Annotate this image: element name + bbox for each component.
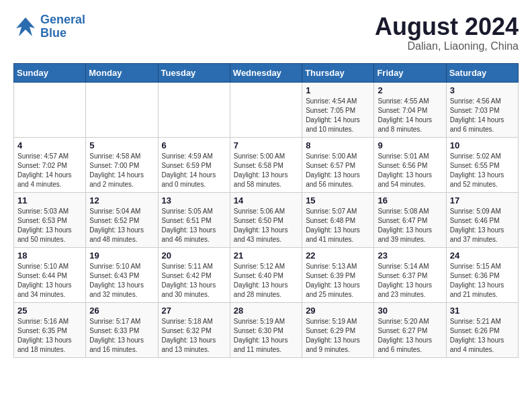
calendar-cell: 17Sunrise: 5:09 AM Sunset: 6:46 PM Dayli… (446, 192, 518, 247)
calendar-cell: 1Sunrise: 4:54 AM Sunset: 7:05 PM Daylig… (302, 82, 374, 137)
day-number: 11 (17, 195, 82, 205)
day-number: 21 (234, 250, 298, 261)
calendar-cell (86, 82, 158, 137)
day-info: Sunrise: 5:17 AM Sunset: 6:33 PM Dayligh… (89, 317, 154, 355)
day-number: 23 (378, 250, 442, 261)
weekday-header-row: SundayMondayTuesdayWednesdayThursdayFrid… (14, 63, 519, 82)
calendar-cell: 12Sunrise: 5:04 AM Sunset: 6:52 PM Dayli… (86, 192, 158, 247)
day-number: 7 (234, 140, 298, 150)
weekday-header-monday: Monday (86, 63, 158, 82)
logo-icon (13, 15, 38, 39)
day-info: Sunrise: 5:18 AM Sunset: 6:32 PM Dayligh… (162, 317, 226, 355)
day-number: 27 (162, 306, 226, 316)
day-info: Sunrise: 5:14 AM Sunset: 6:37 PM Dayligh… (378, 262, 442, 300)
day-number: 16 (378, 195, 442, 205)
logo-text: General Blue (40, 13, 85, 40)
day-number: 4 (17, 140, 82, 150)
day-number: 3 (450, 85, 515, 95)
day-info: Sunrise: 5:13 AM Sunset: 6:39 PM Dayligh… (306, 262, 370, 300)
weekday-header-thursday: Thursday (302, 63, 374, 82)
day-info: Sunrise: 4:58 AM Sunset: 7:00 PM Dayligh… (89, 152, 154, 189)
day-number: 19 (89, 250, 154, 261)
day-number: 10 (450, 140, 515, 150)
calendar-cell: 23Sunrise: 5:14 AM Sunset: 6:37 PM Dayli… (374, 247, 446, 302)
calendar-cell (158, 82, 230, 137)
day-info: Sunrise: 5:11 AM Sunset: 6:42 PM Dayligh… (162, 262, 226, 300)
calendar-week-row: 11Sunrise: 5:03 AM Sunset: 6:53 PM Dayli… (14, 192, 519, 247)
day-info: Sunrise: 5:19 AM Sunset: 6:29 PM Dayligh… (306, 317, 370, 355)
day-number: 20 (162, 250, 226, 261)
calendar-cell (14, 82, 86, 137)
calendar-cell: 5Sunrise: 4:58 AM Sunset: 7:00 PM Daylig… (86, 137, 158, 192)
day-number: 24 (450, 250, 515, 261)
day-info: Sunrise: 5:16 AM Sunset: 6:35 PM Dayligh… (17, 317, 82, 355)
day-number: 6 (162, 140, 226, 150)
day-info: Sunrise: 4:54 AM Sunset: 7:05 PM Dayligh… (306, 97, 370, 134)
calendar-cell: 27Sunrise: 5:18 AM Sunset: 6:32 PM Dayli… (158, 302, 230, 357)
calendar-table: SundayMondayTuesdayWednesdayThursdayFrid… (13, 63, 519, 358)
calendar-cell: 11Sunrise: 5:03 AM Sunset: 6:53 PM Dayli… (14, 192, 86, 247)
weekday-header-saturday: Saturday (446, 63, 518, 82)
day-number: 15 (306, 195, 370, 205)
day-info: Sunrise: 5:15 AM Sunset: 6:36 PM Dayligh… (450, 262, 515, 300)
day-number: 29 (306, 306, 370, 316)
svg-marker-0 (16, 17, 35, 36)
day-info: Sunrise: 5:19 AM Sunset: 6:30 PM Dayligh… (234, 317, 298, 355)
day-number: 31 (450, 306, 515, 316)
calendar-cell: 4Sunrise: 4:57 AM Sunset: 7:02 PM Daylig… (14, 137, 86, 192)
day-number: 22 (306, 250, 370, 261)
calendar-cell: 29Sunrise: 5:19 AM Sunset: 6:29 PM Dayli… (302, 302, 374, 357)
day-info: Sunrise: 5:21 AM Sunset: 6:26 PM Dayligh… (450, 317, 515, 355)
calendar-cell: 20Sunrise: 5:11 AM Sunset: 6:42 PM Dayli… (158, 247, 230, 302)
location: Dalian, Liaoning, China (375, 40, 519, 52)
day-number: 5 (89, 140, 154, 150)
day-number: 14 (234, 195, 298, 205)
day-number: 13 (162, 195, 226, 205)
calendar-week-row: 25Sunrise: 5:16 AM Sunset: 6:35 PM Dayli… (14, 302, 519, 357)
day-info: Sunrise: 5:10 AM Sunset: 6:44 PM Dayligh… (17, 262, 82, 300)
day-info: Sunrise: 5:09 AM Sunset: 6:46 PM Dayligh… (450, 207, 515, 244)
calendar-cell: 28Sunrise: 5:19 AM Sunset: 6:30 PM Dayli… (230, 302, 302, 357)
day-info: Sunrise: 5:08 AM Sunset: 6:47 PM Dayligh… (378, 207, 442, 244)
calendar-week-row: 4Sunrise: 4:57 AM Sunset: 7:02 PM Daylig… (14, 137, 519, 192)
day-info: Sunrise: 5:01 AM Sunset: 6:56 PM Dayligh… (378, 152, 442, 189)
calendar-cell: 15Sunrise: 5:07 AM Sunset: 6:48 PM Dayli… (302, 192, 374, 247)
calendar-cell: 3Sunrise: 4:56 AM Sunset: 7:03 PM Daylig… (446, 82, 518, 137)
title-block: August 2024 Dalian, Liaoning, China (375, 13, 519, 52)
calendar-cell (230, 82, 302, 137)
calendar-cell: 19Sunrise: 5:10 AM Sunset: 6:43 PM Dayli… (86, 247, 158, 302)
calendar-cell: 22Sunrise: 5:13 AM Sunset: 6:39 PM Dayli… (302, 247, 374, 302)
day-info: Sunrise: 4:55 AM Sunset: 7:04 PM Dayligh… (378, 97, 442, 134)
day-number: 8 (306, 140, 370, 150)
calendar-cell: 25Sunrise: 5:16 AM Sunset: 6:35 PM Dayli… (14, 302, 86, 357)
day-number: 28 (234, 306, 298, 316)
day-info: Sunrise: 5:20 AM Sunset: 6:27 PM Dayligh… (378, 317, 442, 355)
month-title: August 2024 (375, 13, 519, 40)
weekday-header-sunday: Sunday (14, 63, 86, 82)
calendar-cell: 30Sunrise: 5:20 AM Sunset: 6:27 PM Dayli… (374, 302, 446, 357)
calendar-cell: 7Sunrise: 5:00 AM Sunset: 6:58 PM Daylig… (230, 137, 302, 192)
day-number: 2 (378, 85, 442, 95)
day-info: Sunrise: 4:56 AM Sunset: 7:03 PM Dayligh… (450, 97, 515, 134)
calendar-cell: 8Sunrise: 5:00 AM Sunset: 6:57 PM Daylig… (302, 137, 374, 192)
day-info: Sunrise: 5:12 AM Sunset: 6:40 PM Dayligh… (234, 262, 298, 300)
calendar-cell: 26Sunrise: 5:17 AM Sunset: 6:33 PM Dayli… (86, 302, 158, 357)
calendar-cell: 6Sunrise: 4:59 AM Sunset: 6:59 PM Daylig… (158, 137, 230, 192)
weekday-header-wednesday: Wednesday (230, 63, 302, 82)
day-info: Sunrise: 5:03 AM Sunset: 6:53 PM Dayligh… (17, 207, 82, 244)
weekday-header-friday: Friday (374, 63, 446, 82)
calendar-cell: 18Sunrise: 5:10 AM Sunset: 6:44 PM Dayli… (14, 247, 86, 302)
calendar-cell: 16Sunrise: 5:08 AM Sunset: 6:47 PM Dayli… (374, 192, 446, 247)
calendar-week-row: 18Sunrise: 5:10 AM Sunset: 6:44 PM Dayli… (14, 247, 519, 302)
day-number: 1 (306, 85, 370, 95)
logo: General Blue (13, 13, 85, 40)
calendar-cell: 21Sunrise: 5:12 AM Sunset: 6:40 PM Dayli… (230, 247, 302, 302)
day-info: Sunrise: 5:04 AM Sunset: 6:52 PM Dayligh… (89, 207, 154, 244)
day-info: Sunrise: 5:10 AM Sunset: 6:43 PM Dayligh… (89, 262, 154, 300)
weekday-header-tuesday: Tuesday (158, 63, 230, 82)
day-info: Sunrise: 5:02 AM Sunset: 6:55 PM Dayligh… (450, 152, 515, 189)
day-number: 9 (378, 140, 442, 150)
calendar-cell: 31Sunrise: 5:21 AM Sunset: 6:26 PM Dayli… (446, 302, 518, 357)
day-info: Sunrise: 5:00 AM Sunset: 6:58 PM Dayligh… (234, 152, 298, 189)
day-info: Sunrise: 4:57 AM Sunset: 7:02 PM Dayligh… (17, 152, 82, 189)
